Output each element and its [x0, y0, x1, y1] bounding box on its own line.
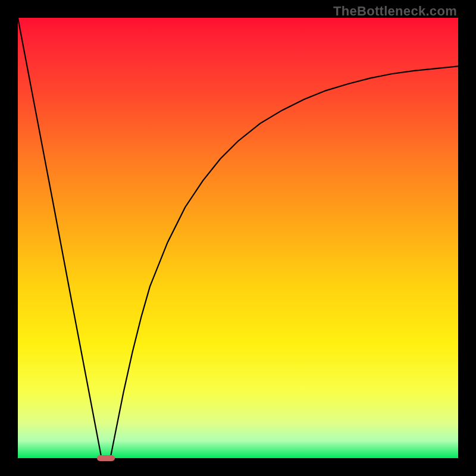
bottleneck-curve	[18, 18, 458, 458]
watermark-text: TheBottleneck.com	[333, 4, 457, 19]
optimum-marker	[97, 455, 115, 461]
plot-area	[18, 18, 458, 458]
